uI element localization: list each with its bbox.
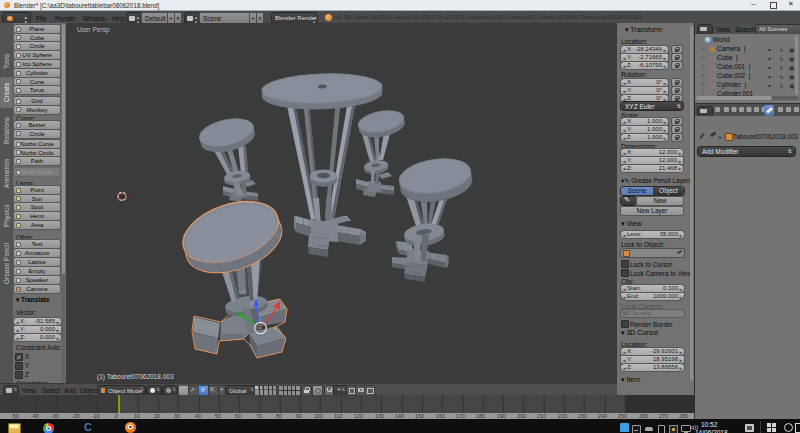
svg-text:User Persp: User Persp [77, 26, 110, 34]
svg-text:(1) Tabouret07062018.003: (1) Tabouret07062018.003 [97, 373, 174, 381]
